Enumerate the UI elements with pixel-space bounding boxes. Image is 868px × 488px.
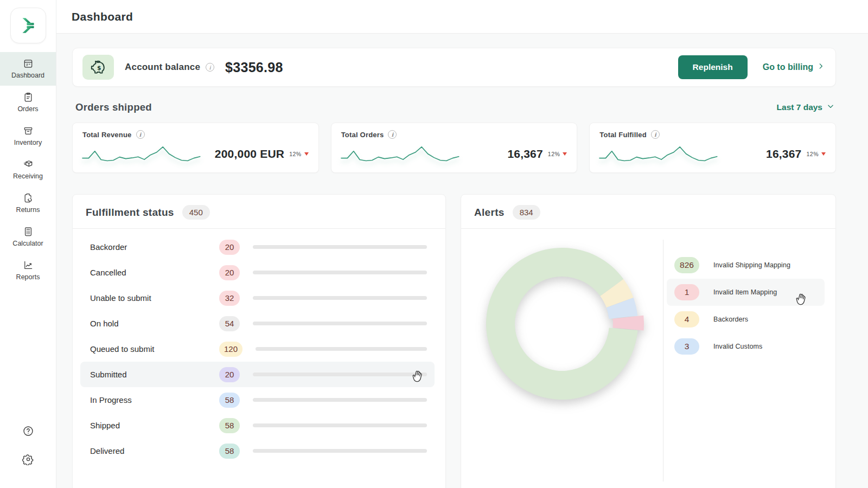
sidebar-item-receiving[interactable]: Receiving	[0, 153, 56, 187]
status-progress-bar	[253, 398, 427, 402]
status-label: Unable to submit	[90, 293, 219, 303]
alert-label: Backorders	[713, 316, 748, 323]
fulfillment-row[interactable]: On hold 54	[80, 311, 435, 336]
orders-shipped-title: Orders shipped	[75, 101, 152, 113]
stat-change[interactable]: 12%	[289, 151, 309, 157]
sidebar: Dashboard Orders Inventory Receiving Ret…	[0, 0, 56, 488]
status-progress-bar	[253, 449, 427, 453]
account-balance-card: $ Account balance i $3356.98 Replenish G…	[72, 48, 836, 87]
settings-icon[interactable]	[22, 453, 34, 465]
replenish-button[interactable]: Replenish	[678, 55, 748, 79]
sidebar-footer	[22, 425, 34, 488]
sidebar-item-inventory[interactable]: Inventory	[0, 119, 56, 153]
alert-count-badge: 4	[674, 311, 699, 328]
alert-legend-row[interactable]: 3 Invalid Customs	[667, 333, 825, 360]
sidebar-item-returns[interactable]: Returns	[0, 187, 56, 220]
alerts-total-badge: 834	[513, 205, 540, 220]
sidebar-item-label: Receiving	[13, 172, 43, 180]
status-progress-bar	[256, 347, 427, 351]
sidebar-item-label: Dashboard	[11, 72, 44, 79]
returns-icon	[23, 192, 34, 203]
status-progress-bar	[253, 423, 427, 427]
stat-value: 16,367	[766, 147, 801, 160]
status-progress-bar	[253, 373, 427, 376]
status-count-badge: 120	[219, 342, 242, 357]
info-icon[interactable]: i	[136, 130, 145, 139]
status-progress-bar	[253, 322, 427, 325]
alert-legend-row[interactable]: 826 Invalid Shipping Mapping	[667, 252, 825, 279]
alerts-legend: 826 Invalid Shipping Mapping 1 Invalid I…	[663, 229, 835, 488]
sidebar-item-calculator[interactable]: Calculator	[0, 220, 56, 254]
alert-label: Invalid Item Mapping	[713, 288, 777, 296]
info-icon[interactable]: i	[206, 63, 214, 72]
trend-down-icon	[563, 152, 567, 156]
receiving-icon	[23, 159, 34, 170]
sidebar-item-label: Returns	[16, 206, 40, 214]
calculator-icon	[23, 226, 34, 237]
status-label: Submitted	[90, 370, 219, 379]
status-progress-bar	[253, 296, 427, 300]
fulfillment-row[interactable]: Queued to submit 120	[80, 336, 435, 362]
status-progress-bar	[253, 271, 427, 274]
hand-cursor-icon	[794, 292, 808, 306]
reports-icon	[23, 260, 34, 271]
bottom-row: Fulfillment status 450 Backorder 20 Canc…	[72, 194, 836, 488]
balance-actions: Replenish Go to billing	[678, 55, 825, 79]
fulfillment-row[interactable]: Cancelled 20	[80, 260, 435, 285]
fulfillment-row[interactable]: Unable to submit 32	[80, 285, 435, 311]
info-icon[interactable]: i	[651, 130, 660, 139]
status-label: Queued to submit	[90, 344, 219, 354]
alert-legend-row[interactable]: 4 Backorders	[667, 306, 825, 333]
info-icon[interactable]: i	[388, 130, 397, 139]
fulfillment-row[interactable]: Shipped 58	[80, 413, 435, 438]
stat-change[interactable]: 12%	[548, 151, 567, 157]
alerts-card: Alerts 834 826 Invalid Shipping Mapping …	[461, 194, 836, 488]
sidebar-item-label: Reports	[16, 273, 40, 281]
status-count-badge: 32	[219, 291, 240, 306]
svg-text:$: $	[97, 65, 101, 71]
stats-row: Total Revenue i 200,000 EUR 12% Total Or…	[72, 123, 836, 173]
status-label: On hold	[90, 319, 219, 328]
alert-label: Invalid Customs	[713, 343, 762, 350]
orders-icon	[23, 92, 34, 102]
fulfillment-status-title: Fulfillment status	[86, 207, 174, 219]
fulfillment-status-card: Fulfillment status 450 Backorder 20 Canc…	[72, 194, 446, 488]
hand-cursor-icon	[410, 369, 425, 383]
fulfillment-row[interactable]: Submitted 20	[80, 362, 435, 387]
fulfillment-row[interactable]: Delivered 58	[80, 438, 435, 464]
stat-card: Total Fulfilled i 16,367 12%	[589, 123, 836, 173]
main-area: Dashboard $ Account balance i $3356.98 R…	[56, 0, 868, 488]
go-to-billing-link[interactable]: Go to billing	[763, 62, 825, 72]
status-count-badge: 58	[219, 393, 240, 408]
alert-count-badge: 826	[674, 257, 699, 273]
dashboard-icon	[23, 58, 34, 69]
fulfillment-row[interactable]: Backorder 20	[80, 234, 435, 260]
alert-legend-row[interactable]: 1 Invalid Item Mapping	[667, 279, 825, 306]
status-count-badge: 20	[219, 367, 240, 382]
trend-down-icon	[304, 152, 309, 156]
orders-shipped-header: Orders shipped Last 7 days	[75, 101, 834, 113]
status-label: Shipped	[90, 421, 219, 430]
sidebar-item-dashboard[interactable]: Dashboard	[0, 52, 56, 86]
stat-card: Total Revenue i 200,000 EUR 12%	[72, 123, 319, 173]
stat-change[interactable]: 12%	[807, 151, 826, 157]
chevron-right-icon	[817, 62, 825, 72]
topbar: Dashboard	[56, 0, 868, 34]
alert-count-badge: 3	[674, 338, 699, 355]
account-balance-amount: $3356.98	[225, 60, 283, 75]
app-logo[interactable]	[10, 8, 46, 43]
stat-value: 16,367	[507, 147, 542, 160]
sidebar-item-label: Calculator	[12, 240, 43, 247]
sidebar-item-orders[interactable]: Orders	[0, 86, 56, 119]
sidebar-item-reports[interactable]: Reports	[0, 254, 56, 287]
fulfillment-row[interactable]: In Progress 58	[80, 387, 435, 413]
help-icon[interactable]	[22, 425, 34, 437]
account-balance-label: Account balance	[125, 62, 200, 73]
sidebar-item-label: Inventory	[14, 139, 42, 146]
date-range-select[interactable]: Last 7 days	[777, 102, 834, 112]
status-label: Delivered	[90, 446, 219, 455]
piggy-bank-icon: $	[82, 55, 114, 80]
stat-title: Total Revenue	[82, 131, 132, 139]
alerts-title: Alerts	[474, 207, 505, 219]
inventory-icon	[23, 125, 34, 136]
